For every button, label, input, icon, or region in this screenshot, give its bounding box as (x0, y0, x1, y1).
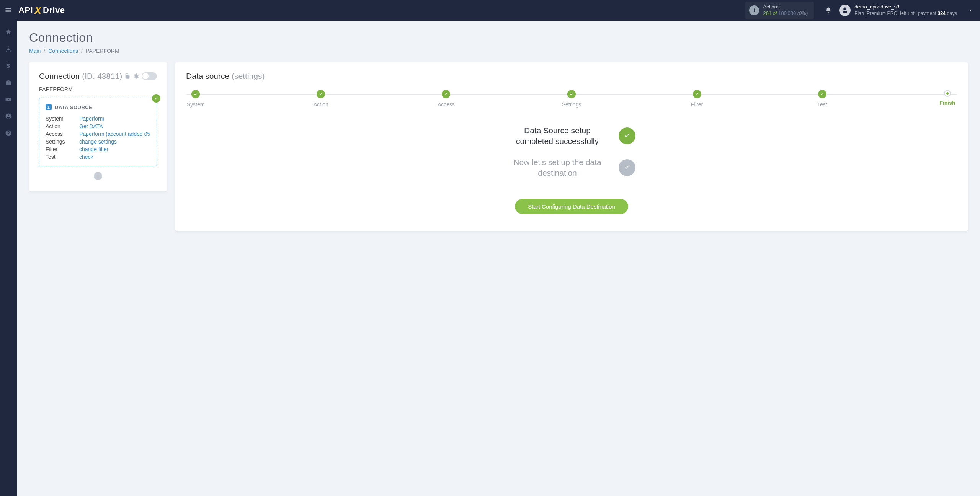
youtube-icon (5, 96, 12, 103)
ds-row-key: Action (46, 123, 75, 129)
bell-icon (825, 7, 832, 14)
step-filter[interactable]: Filter (688, 90, 707, 108)
ds-row-value[interactable]: change settings (79, 139, 117, 145)
topbar: APIXDrive i Actions: 261 of 100'000 (0%)… (0, 0, 980, 21)
step-dot-done (191, 90, 200, 98)
connection-card: Connection (ID: 43811) PAPERFORM 1 DATA … (29, 62, 167, 191)
ds-row-value[interactable]: Paperform (79, 116, 104, 122)
user-menu[interactable]: demo_apix-drive_s3 Plan |Premium PRO| le… (839, 4, 976, 16)
ds-row-key: System (46, 116, 75, 122)
panel-title: Data source (settings) (186, 72, 957, 81)
check-icon (193, 92, 198, 96)
ds-row-key: Settings (46, 139, 75, 145)
rail-help[interactable] (0, 126, 17, 141)
ds-title: 1 DATA SOURCE (46, 104, 150, 110)
user-circle-icon (5, 113, 12, 120)
check-icon (623, 132, 631, 140)
crumb-connections[interactable]: Connections (48, 48, 78, 54)
check-icon (623, 163, 631, 172)
user-name: demo_apix-drive_s3 (854, 4, 957, 10)
user-icon (841, 7, 848, 14)
ds-row: Settingschange settings (46, 138, 150, 145)
briefcase-icon (5, 79, 12, 86)
info-icon: i (749, 5, 759, 15)
step-dot-done (317, 90, 325, 98)
home-icon (5, 29, 12, 36)
user-plan: Plan |Premium PRO| left until payment 32… (854, 10, 957, 16)
add-step-button[interactable] (94, 172, 102, 180)
ds-row-key: Access (46, 131, 75, 137)
copy-button[interactable] (124, 73, 131, 79)
finish-body: Data Source setup completed successfully… (186, 125, 957, 214)
plus-icon (96, 174, 100, 178)
hamburger-icon (5, 7, 12, 14)
step-label: Action (314, 101, 328, 108)
actions-count: 261 (763, 10, 771, 16)
rail-connections[interactable] (0, 41, 17, 57)
step-dot-done (442, 90, 450, 98)
menu-toggle[interactable] (0, 0, 17, 21)
rail-video[interactable] (0, 92, 17, 107)
main-content: Connection Main / Connections / PAPERFOR… (17, 21, 980, 496)
gear-icon (133, 73, 139, 79)
finish-done-row: Data Source setup completed successfully (508, 125, 635, 147)
ds-row-value[interactable]: Paperform (account added 05 (79, 131, 150, 137)
step-finish[interactable]: Finish (938, 90, 957, 108)
actions-total: 100'000 (778, 10, 796, 16)
sitemap-icon (5, 46, 12, 52)
actions-of: of (773, 10, 777, 16)
step-test[interactable]: Test (813, 90, 832, 108)
connection-id: (ID: 43811) (82, 72, 122, 81)
ds-row-value[interactable]: change filter (79, 146, 108, 152)
connection-header: Connection (ID: 43811) (39, 72, 157, 81)
enable-toggle[interactable] (142, 72, 157, 80)
rail-briefcase[interactable] (0, 75, 17, 90)
step-settings[interactable]: Settings (562, 90, 581, 108)
check-icon (154, 96, 158, 101)
start-destination-button[interactable]: Start Configuring Data Destination (515, 199, 628, 214)
step-system[interactable]: System (186, 90, 205, 108)
logo[interactable]: APIXDrive (18, 5, 65, 16)
step-label: Finish (939, 100, 955, 106)
notifications-button[interactable] (821, 3, 836, 18)
step-label: Access (438, 101, 455, 108)
rail-home[interactable] (0, 24, 17, 40)
actions-label: Actions: (763, 4, 808, 10)
rail-account[interactable] (0, 109, 17, 124)
dollar-icon (5, 62, 12, 69)
ds-row-value[interactable]: Get DATA (79, 123, 103, 129)
finish-done-msg: Data Source setup completed successfully (508, 125, 607, 147)
user-text: demo_apix-drive_s3 Plan |Premium PRO| le… (854, 4, 957, 16)
data-source-panel: Data source (settings) SystemActionAcces… (175, 62, 968, 231)
file-icon (124, 73, 131, 79)
rail-billing[interactable] (0, 58, 17, 73)
breadcrumbs: Main / Connections / PAPERFORM (29, 48, 968, 54)
actions-text: Actions: 261 of 100'000 (0%) (763, 4, 808, 17)
ds-row: AccessPaperform (account added 05 (46, 130, 150, 138)
ds-number-badge: 1 (46, 104, 52, 110)
step-dot-done (818, 90, 826, 98)
ds-row: ActionGet DATA (46, 122, 150, 130)
ds-row: Testcheck (46, 153, 150, 161)
check-icon (444, 92, 448, 96)
avatar (839, 5, 851, 16)
data-source-box[interactable]: 1 DATA SOURCE SystemPaperformActionGet D… (39, 98, 157, 166)
check-icon (695, 92, 699, 96)
stepper: SystemActionAccessSettingsFilterTestFini… (186, 90, 957, 108)
page-title: Connection (29, 31, 968, 45)
ds-rows: SystemPaperformActionGet DATAAccessPaper… (46, 115, 150, 161)
ds-row: SystemPaperform (46, 115, 150, 122)
actions-counter[interactable]: i Actions: 261 of 100'000 (0%) (745, 2, 814, 19)
actions-pct: (0%) (797, 10, 808, 16)
step-action[interactable]: Action (311, 90, 330, 108)
help-icon (5, 130, 12, 137)
crumb-main[interactable]: Main (29, 48, 41, 54)
logo-x: X (34, 5, 41, 16)
finish-next-msg: Now let's set up the data destination (508, 157, 607, 179)
settings-button[interactable] (133, 73, 139, 79)
step-dot-done (693, 90, 701, 98)
step-label: Settings (562, 101, 581, 108)
ds-row-value[interactable]: check (79, 154, 93, 160)
step-access[interactable]: Access (436, 90, 456, 108)
chevron-down-icon (968, 8, 973, 13)
